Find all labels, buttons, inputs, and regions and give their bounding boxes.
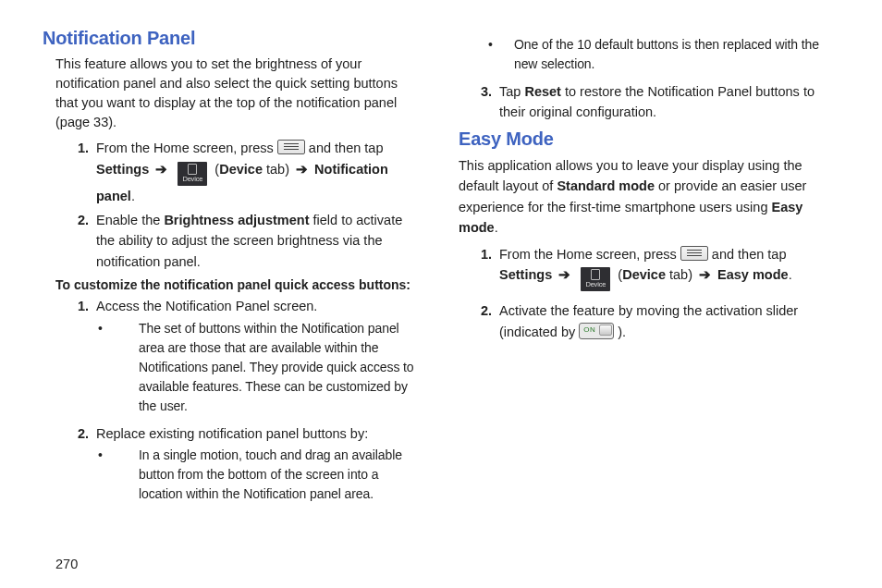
text: and then tap <box>712 247 787 262</box>
customize-step-2-bullets: In a single motion, touch and drag an av… <box>96 446 422 504</box>
customize-step-1-bullets: The set of buttons within the Notificati… <box>96 319 422 416</box>
text: From the Home screen, press <box>499 247 680 262</box>
easy-mode-target-label: Easy mode <box>717 267 789 282</box>
easy-mode-steps: From the Home screen, press and then tap… <box>459 244 838 342</box>
customize-steps: Access the Notification Panel screen. Th… <box>43 296 422 504</box>
arrow-icon: ➔ <box>696 264 714 285</box>
text: Enable the <box>96 213 164 227</box>
arrow-icon: ➔ <box>293 159 311 179</box>
text: tab) <box>263 162 293 177</box>
easy-mode-intro: This application allows you to leave you… <box>459 155 838 239</box>
heading-notification-panel: Notification Panel <box>43 28 422 49</box>
text: . <box>495 220 498 235</box>
text: ). <box>618 325 626 339</box>
text: From the Home screen, press <box>96 141 277 155</box>
customize-step-2: Replace existing notification panel butt… <box>92 423 422 504</box>
device-label: Device <box>219 162 263 177</box>
settings-label: Settings <box>499 267 552 282</box>
page-number: 270 <box>43 557 839 571</box>
reset-label: Reset <box>524 84 561 99</box>
left-column: Notification Panel This feature allows y… <box>43 28 422 557</box>
menu-icon <box>277 140 305 154</box>
text: tab) <box>666 267 696 282</box>
bullet-replaced: One of the 10 default buttons is then re… <box>501 35 838 74</box>
device-label: Device <box>622 267 666 282</box>
bullet-drag-button: In a single motion, touch and drag an av… <box>111 446 422 504</box>
text: Replace existing notification panel butt… <box>96 426 368 441</box>
customize-subheading: To customize the notification panel quic… <box>55 277 422 292</box>
continued-bullets: One of the 10 default buttons is then re… <box>459 35 838 74</box>
text: and then tap <box>309 141 384 155</box>
em-step-1: From the Home screen, press and then tap… <box>496 244 838 291</box>
device-tab-icon <box>581 267 610 291</box>
np-step-2: Enable the Brightness adjustment field t… <box>92 210 422 272</box>
notification-panel-steps: From the Home screen, press and then tap… <box>43 138 422 272</box>
customize-step-1: Access the Notification Panel screen. Th… <box>92 296 422 415</box>
notification-panel-intro: This feature allows you to set the brigh… <box>43 55 422 132</box>
bullet-available-buttons: The set of buttons within the Notificati… <box>111 319 422 416</box>
np-step-3: Tap Reset to restore the Notification Pa… <box>496 81 838 123</box>
settings-label: Settings <box>96 162 149 177</box>
arrow-icon: ➔ <box>153 159 170 179</box>
arrow-icon: ➔ <box>556 264 573 285</box>
text: Access the Notification Panel screen. <box>96 299 317 313</box>
np-step-1: From the Home screen, press and then tap… <box>92 138 422 206</box>
standard-mode-label: Standard mode <box>557 178 655 193</box>
em-step-2: Activate the feature by moving the activ… <box>496 300 838 342</box>
manual-page: Notification Panel This feature allows y… <box>0 0 882 588</box>
text: Tap <box>499 84 524 99</box>
right-column: One of the 10 default buttons is then re… <box>459 28 838 557</box>
text: Activate the feature by moving the activ… <box>499 303 798 338</box>
brightness-adjustment-label: Brightness adjustment <box>164 213 309 227</box>
device-tab-icon <box>178 162 207 186</box>
continued-steps: Tap Reset to restore the Notification Pa… <box>459 81 838 123</box>
two-column-layout: Notification Panel This feature allows y… <box>43 28 839 557</box>
menu-icon <box>680 246 708 261</box>
toggle-on-icon <box>579 323 614 339</box>
heading-easy-mode: Easy Mode <box>459 129 838 150</box>
